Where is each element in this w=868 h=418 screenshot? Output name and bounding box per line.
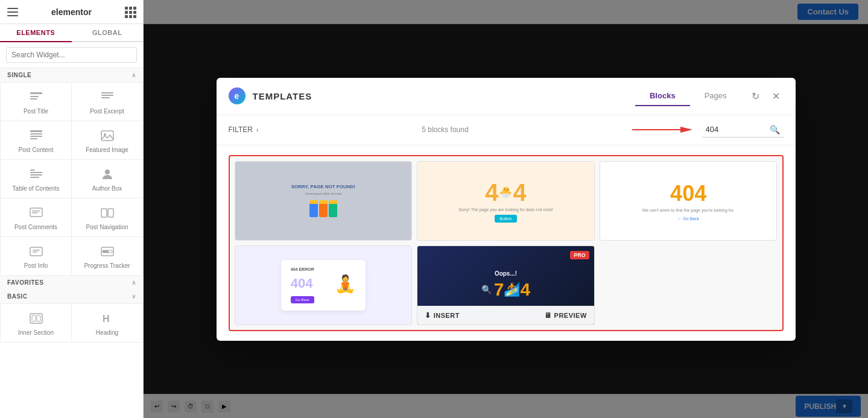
results-count: 5 blocks found (268, 125, 622, 134)
modal-toolbar: FILTER › 5 blocks found 🔍 (217, 115, 796, 145)
svg-rect-13 (30, 172, 42, 173)
widget-post-content[interactable]: Post Content (1, 121, 71, 159)
widget-post-title[interactable]: Post Title (1, 83, 71, 121)
svg-rect-6 (30, 130, 42, 132)
preview-button[interactable]: 🖥 PREVIEW (544, 311, 587, 320)
toc-label: Table of Contents (13, 185, 60, 192)
widget-inner-section[interactable]: Inner Section (1, 304, 71, 342)
svg-rect-10 (101, 131, 113, 141)
t4-button: Go Back (291, 296, 314, 303)
post-nav-label: Post Navigation (86, 224, 128, 230)
template-card-4[interactable]: 404 ERROR 404 🧘 Go Back (235, 245, 413, 325)
svg-rect-4 (101, 95, 113, 96)
svg-rect-14 (30, 174, 42, 176)
empty-cell (600, 245, 778, 325)
modal-overlay[interactable]: e TEMPLATES Blocks Pages ↻ ✕ FILTER (144, 0, 868, 418)
t1-people (309, 200, 337, 217)
svg-rect-27 (103, 250, 109, 253)
tab-global[interactable]: GLOBAL (72, 24, 144, 41)
svg-rect-21 (108, 209, 113, 217)
svg-rect-30 (37, 315, 40, 321)
grid-icon[interactable] (125, 7, 136, 17)
widget-author-box[interactable]: Author Box (72, 160, 142, 198)
close-icon[interactable]: ✕ (769, 89, 784, 103)
svg-rect-15 (30, 177, 39, 178)
sidebar-tabs: ELEMENTS GLOBAL (0, 24, 143, 42)
section-single[interactable]: SINGLE ∧ (0, 68, 143, 82)
modal-content: SORRY, PAGE NOT FOUND! Lorem ipsum dolor… (217, 145, 796, 341)
search-arrow-indicator (632, 124, 692, 136)
svg-rect-7 (30, 133, 42, 135)
t2-404-text: 4🐣4 (485, 179, 527, 206)
left-sidebar: elementor ELEMENTS GLOBAL SINGLE ∧ (0, 0, 144, 418)
featured-image-label: Featured Image (86, 147, 128, 153)
template-search-input[interactable] (706, 125, 766, 134)
chevron-icon: ∧ (131, 72, 136, 78)
post-comments-icon (28, 204, 45, 221)
svg-rect-19 (32, 212, 38, 214)
t5-oops-text: Oops...! (495, 270, 517, 277)
post-info-icon (28, 243, 45, 260)
template-card-2[interactable]: 4🐣4 Sorry! The page you are looking for … (417, 161, 595, 241)
widgets-grid-single: Post Title Post Excerpt Post Content Fea… (0, 82, 143, 276)
t4-label-text: 404 ERROR (291, 267, 314, 271)
filter-chevron-icon: › (256, 127, 258, 133)
template-card-5[interactable]: Oops...! 🔍 7🏄4 PRO (417, 245, 595, 325)
post-info-label: Post Info (24, 262, 48, 269)
svg-rect-24 (33, 252, 37, 253)
widget-post-excerpt[interactable]: Post Excerpt (72, 83, 142, 121)
filter-button[interactable]: FILTER › (229, 125, 259, 134)
template-preview-4: 404 ERROR 404 🧘 Go Back (235, 246, 412, 325)
search-input[interactable] (6, 47, 137, 63)
template-card-1[interactable]: SORRY, PAGE NOT FOUND! Lorem ipsum dolor… (235, 161, 413, 241)
post-excerpt-icon (99, 89, 116, 106)
svg-rect-20 (101, 209, 107, 217)
svg-rect-5 (101, 97, 110, 98)
modal-header: e TEMPLATES Blocks Pages ↻ ✕ (217, 78, 796, 115)
tab-pages[interactable]: Pages (690, 86, 741, 106)
t3-sub-text: We can't seem to find the page you're lo… (642, 208, 735, 212)
svg-rect-2 (30, 98, 37, 100)
template-card-3[interactable]: 404 We can't seem to find the page you'r… (600, 161, 778, 241)
widget-post-nav[interactable]: Post Navigation (72, 198, 142, 236)
post-excerpt-label: Post Excerpt (90, 108, 124, 115)
heading-icon: H (99, 310, 116, 327)
widget-post-comments[interactable]: Post Comments (1, 198, 71, 236)
sidebar-search-bar (0, 42, 143, 68)
t3-link-text: ← Go Back (677, 217, 699, 221)
modal-title: TEMPLATES (253, 91, 628, 101)
svg-rect-3 (101, 92, 113, 93)
widget-post-info[interactable]: Post Info (1, 237, 71, 275)
svg-rect-1 (30, 96, 39, 97)
t3-404-text: 404 (670, 181, 706, 206)
sidebar-header: elementor (0, 0, 143, 24)
chevron-icon-fav: ∧ (131, 279, 136, 286)
svg-rect-29 (32, 315, 36, 321)
hamburger-icon[interactable] (7, 8, 18, 16)
tab-elements[interactable]: ELEMENTS (0, 24, 72, 42)
post-title-icon (28, 89, 45, 106)
widget-heading[interactable]: H Heading (72, 304, 142, 342)
red-arrow-icon (632, 124, 692, 136)
insert-button[interactable]: ⬇ INSERT (425, 311, 460, 320)
section-favorites[interactable]: FAVORITES ∧ (0, 276, 143, 290)
widget-featured-image[interactable]: Featured Image (72, 121, 142, 159)
widget-toc[interactable]: Table of Contents (1, 160, 71, 198)
search-icon[interactable]: 🔍 (770, 125, 780, 135)
refresh-icon[interactable]: ↻ (749, 89, 763, 103)
template-grid-row1: SORRY, PAGE NOT FOUND! Lorem ipsum dolor… (235, 161, 778, 241)
pro-badge: PRO (570, 251, 589, 259)
editor-bg: elementor ELEMENTS GLOBAL SINGLE ∧ (0, 0, 868, 418)
svg-text:H: H (103, 314, 110, 324)
svg-rect-8 (30, 136, 42, 137)
post-content-icon (28, 127, 45, 144)
template-grid-row2: 404 ERROR 404 🧘 Go Back (235, 245, 778, 325)
featured-image-icon (99, 127, 116, 144)
main-area: Contact Us ↩ ↪ ⏱ □ ▶ PUBLISH ▼ (144, 0, 868, 418)
t1-sub-text: Lorem ipsum dolor sit amet (305, 192, 341, 195)
svg-marker-33 (680, 127, 692, 133)
section-basic[interactable]: BASIC ∨ (0, 290, 143, 303)
widget-progress-tracker[interactable]: Progress Tracker (72, 237, 142, 275)
modal-logo-icon: e (229, 87, 246, 104)
tab-blocks[interactable]: Blocks (635, 86, 690, 106)
